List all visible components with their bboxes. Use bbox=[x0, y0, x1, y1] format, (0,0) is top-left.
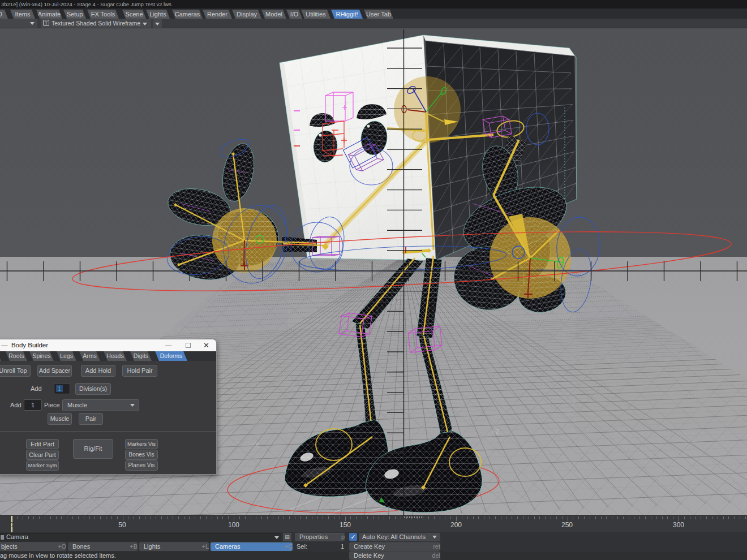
svg-text:+Z: +Z bbox=[492, 428, 499, 435]
svg-text:+X: +X bbox=[251, 441, 259, 448]
